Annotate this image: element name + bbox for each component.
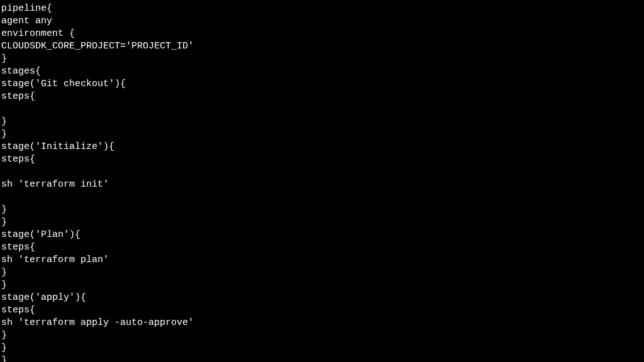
code-line: } — [1, 128, 644, 141]
code-line — [1, 191, 644, 204]
code-line: } — [1, 342, 644, 354]
code-line: stage('Plan'){ — [1, 229, 644, 241]
code-line: } — [1, 329, 644, 342]
code-line: pipeline{ — [1, 3, 644, 15]
code-line: sh 'terraform plan' — [1, 254, 644, 266]
code-line: steps{ — [1, 304, 644, 317]
code-line: } — [1, 204, 644, 216]
code-line: stage('Git checkout'){ — [1, 78, 644, 90]
code-line: sh 'terraform apply -auto-approve' — [1, 317, 644, 329]
code-line: } — [1, 279, 644, 292]
code-block: pipeline{ agent any environment { CLOUDS… — [1, 3, 644, 362]
code-line: agent any — [1, 15, 644, 28]
code-line: } — [1, 216, 644, 229]
code-line: stages{ — [1, 65, 644, 78]
code-line: steps{ — [1, 153, 644, 166]
code-line: sh 'terraform init' — [1, 178, 644, 191]
code-line: steps{ — [1, 241, 644, 254]
code-line: environment { — [1, 28, 644, 40]
code-line: } — [1, 266, 644, 279]
code-line: stage('Initialize'){ — [1, 141, 644, 153]
code-line — [1, 103, 644, 116]
code-line: } — [1, 354, 644, 362]
code-line: } — [1, 53, 644, 65]
code-line: stage('apply'){ — [1, 292, 644, 304]
code-line: CLOUDSDK_CORE_PROJECT='PROJECT_ID' — [1, 40, 644, 53]
code-line — [1, 166, 644, 178]
code-line: } — [1, 116, 644, 128]
code-line: steps{ — [1, 90, 644, 103]
